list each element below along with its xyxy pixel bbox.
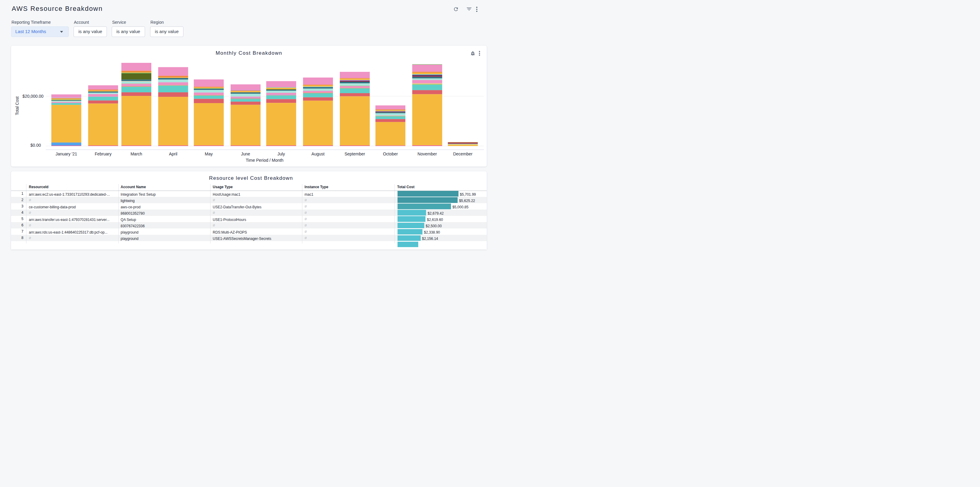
svg-text:$20,000.00: $20,000.00 [22, 94, 43, 99]
svg-text:May: May [205, 152, 213, 156]
svg-text:November: November [418, 152, 437, 156]
svg-text:Time Period / Month: Time Period / Month [246, 158, 283, 163]
svg-text:January '21: January '21 [56, 152, 77, 156]
svg-text:March: March [130, 152, 142, 156]
svg-text:September: September [344, 152, 365, 156]
svg-text:October: October [383, 152, 398, 156]
svg-text:December: December [453, 152, 473, 156]
svg-text:$0.00: $0.00 [30, 143, 41, 148]
svg-text:July: July [277, 152, 285, 156]
svg-text:June: June [241, 152, 250, 156]
svg-text:February: February [95, 152, 111, 156]
svg-text:August: August [311, 152, 325, 156]
svg-text:Total Cost: Total Cost [15, 96, 19, 115]
svg-text:April: April [169, 152, 177, 156]
